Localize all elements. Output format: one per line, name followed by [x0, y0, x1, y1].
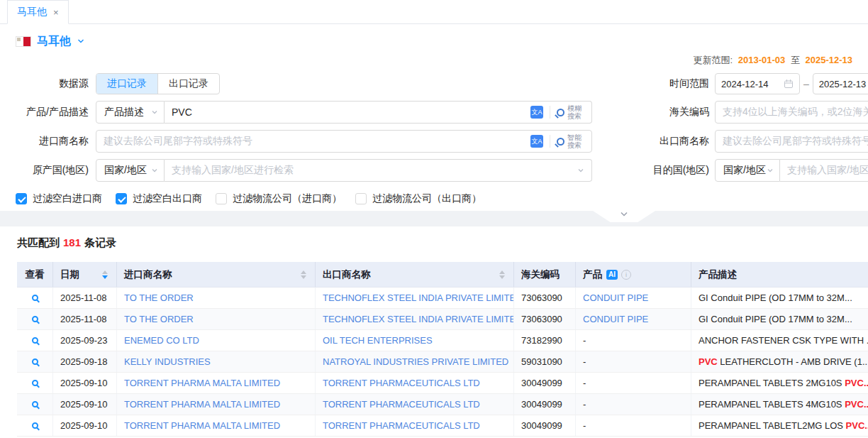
results-panel: 共匹配到181条记录 查看日期进口商名称出口商名称海关编码产品AIi产品描述 2…: [0, 226, 868, 438]
view-cell[interactable]: [17, 309, 53, 329]
date-cell: 2025-09-18: [53, 351, 117, 372]
exporter-cell[interactable]: TECHNOFLEX STEEL INDIA PRIVATE LIMITED: [316, 288, 514, 308]
product-cell[interactable]: CONDUIT PIPE: [576, 309, 691, 329]
view-cell[interactable]: [17, 351, 53, 372]
magnifier-icon[interactable]: [32, 358, 38, 365]
description-segment: PVC...: [845, 399, 868, 410]
destination-placeholder: 支持输入国家/地区进行检索: [787, 164, 868, 177]
checkbox-unchecked-icon[interactable]: [216, 193, 227, 204]
view-cell[interactable]: [17, 288, 53, 308]
exporter-cell[interactable]: OIL TECH ENTERPRISES: [316, 330, 514, 351]
smart-search-icon[interactable]: [557, 138, 564, 146]
magnifier-icon[interactable]: [32, 337, 38, 344]
start-date-value: 2024-12-14: [721, 79, 769, 89]
exporter-cell[interactable]: TECHNOFLEX STEEL INDIA PRIVATE LIMITED: [316, 309, 514, 329]
translate-icon[interactable]: 文A: [530, 106, 543, 119]
import-records-tab[interactable]: 进口记录: [96, 74, 157, 94]
column-header-label: 产品描述: [699, 268, 737, 281]
checkbox-checked-icon[interactable]: [16, 193, 27, 204]
chevron-down-icon: [577, 167, 584, 174]
hs-code-placeholder: 支持4位以上海关编码，或2位海关编码加: [723, 106, 868, 119]
origin-type-select-value: 国家/地区: [104, 164, 147, 177]
importer-cell[interactable]: KELLY INDUSTRIES: [117, 351, 316, 372]
fuzzy-search-icon[interactable]: [557, 109, 564, 116]
start-date-input[interactable]: 2024-12-14: [715, 73, 800, 94]
exporter-name-input[interactable]: 建议去除公司尾部字符或特殊符号: [715, 130, 868, 153]
date-cell: 2025-11-08: [53, 309, 117, 329]
column-header[interactable]: 日期: [53, 262, 117, 287]
checkbox-label: 过滤空白出口商: [133, 192, 202, 205]
filter-checkbox[interactable]: 过滤空白出口商: [116, 192, 202, 205]
product-label: 产品/产品描述: [0, 106, 96, 119]
collapse-panel-button[interactable]: [593, 211, 655, 222]
importer-cell[interactable]: TO THE ORDER: [117, 288, 316, 308]
page-title: 马耳他: [37, 34, 71, 49]
sort-icon[interactable]: [301, 270, 306, 279]
count-prefix: 共匹配到: [17, 236, 60, 248]
product-cell[interactable]: CONDUIT PIPE: [576, 288, 691, 308]
destination-type-select[interactable]: 国家/地区: [715, 159, 780, 182]
fuzzy-search-label[interactable]: 模糊搜索: [567, 104, 584, 120]
product-description-input[interactable]: PVC 文A 模糊搜索: [165, 101, 592, 124]
importer-cell[interactable]: TORRENT PHARMA MALTA LIMITED: [117, 415, 316, 436]
hs-code-cell: 73063090: [514, 288, 576, 308]
filter-checkbox[interactable]: 过滤物流公司（出口商）: [355, 192, 482, 205]
column-header-label: 进口商名称: [124, 268, 172, 281]
hs-code-input[interactable]: 支持4位以上海关编码，或2位海关编码加: [715, 101, 868, 124]
sort-icon[interactable]: [102, 270, 108, 279]
product-row: 产品/产品描述 产品描述 PVC 文A 模糊搜索 海关编码: [0, 101, 868, 124]
description-segment: PVC...: [845, 378, 868, 388]
filter-checkbox[interactable]: 过滤空白进口商: [16, 192, 102, 205]
info-icon[interactable]: i: [621, 270, 631, 280]
update-range-label: 更新范围:: [694, 55, 733, 65]
chevron-down-icon[interactable]: [77, 37, 85, 45]
exporter-cell[interactable]: NATROYAL INDUSTRIES PRIVATE LIMITED: [316, 351, 514, 372]
tab-malta[interactable]: 马耳他 ×: [7, 0, 69, 24]
view-cell[interactable]: [17, 415, 53, 436]
destination-country-input[interactable]: 支持输入国家/地区进行检索: [780, 159, 868, 182]
sort-icon[interactable]: [499, 270, 505, 279]
filter-checkbox[interactable]: 过滤物流公司（进口商）: [216, 192, 342, 205]
column-header[interactable]: 进口商名称: [117, 262, 316, 287]
description-segment: PERAMPANEL TABLETS 4MG10S: [699, 399, 845, 410]
importer-name-input[interactable]: 建议去除公司尾部字符或特殊符号 文A 智能搜索: [96, 130, 592, 153]
checkbox-checked-icon[interactable]: [116, 193, 127, 204]
magnifier-icon[interactable]: [32, 422, 38, 429]
description-cell: PERAMPANEL TABLETS 4MG10S PVC...: [691, 394, 868, 415]
end-date-input[interactable]: 2025-12-13: [813, 73, 868, 94]
importer-cell[interactable]: ENEMED CO LTD: [117, 330, 316, 351]
description-cell: PVC LEATHERCLOTH - AMB DRIVE (1...: [691, 351, 868, 372]
magnifier-icon[interactable]: [32, 295, 38, 301]
export-records-tab[interactable]: 出口记录: [157, 74, 219, 94]
data-source-row: 数据源 进口记录 出口记录 时间范围 2024-12-14 – 2025-12-…: [0, 73, 868, 94]
magnifier-icon[interactable]: [32, 401, 38, 407]
exporter-cell[interactable]: TORRENT PHARMACEUTICALS LTD: [316, 394, 514, 415]
importer-cell[interactable]: TORRENT PHARMA MALTA LIMITED: [117, 394, 316, 415]
product-field-select-value: 产品描述: [104, 106, 144, 119]
translate-icon[interactable]: 文A: [530, 135, 543, 148]
magnifier-icon[interactable]: [32, 316, 38, 322]
close-icon[interactable]: ×: [53, 7, 59, 18]
time-range-label: 时间范围: [592, 77, 715, 90]
importer-cell[interactable]: TO THE ORDER: [117, 309, 316, 329]
column-header-label: 日期: [60, 268, 79, 281]
importer-cell[interactable]: TORRENT PHARMA MALTA LIMITED: [117, 373, 316, 393]
product-description-value: PVC: [172, 106, 192, 118]
product-field-select[interactable]: 产品描述: [96, 101, 165, 124]
view-cell[interactable]: [17, 394, 53, 415]
chevron-down-icon: [151, 167, 158, 174]
origin-type-select[interactable]: 国家/地区: [96, 159, 165, 182]
column-header[interactable]: 出口商名称: [316, 262, 514, 287]
magnifier-icon[interactable]: [32, 380, 38, 386]
exporter-cell[interactable]: TORRENT PHARMACEUTICALS LTD: [316, 373, 514, 393]
checkbox-unchecked-icon[interactable]: [355, 193, 367, 204]
origin-country-input[interactable]: 支持输入国家/地区进行检索: [165, 159, 592, 182]
view-cell[interactable]: [17, 330, 53, 351]
view-cell[interactable]: [17, 373, 53, 393]
exporter-cell[interactable]: TORRENT PHARMACEUTICALS LTD: [316, 415, 514, 436]
date-separator: –: [803, 78, 809, 89]
collapse-band: [0, 211, 868, 226]
smart-search-label[interactable]: 智能搜索: [567, 133, 584, 149]
column-header-label: 产品: [583, 268, 602, 281]
description-segment: PERAMPANEL TABLETS 2MG10S: [699, 378, 845, 388]
